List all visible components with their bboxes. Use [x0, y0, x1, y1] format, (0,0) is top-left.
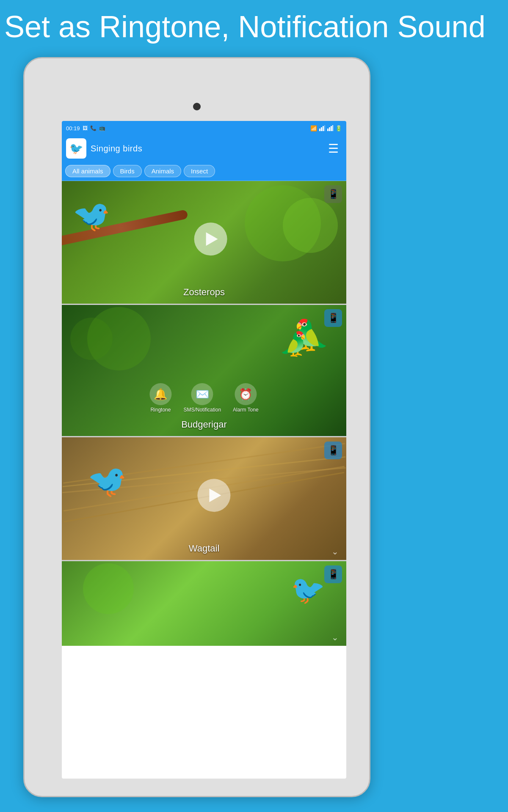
svg-rect-2: [323, 126, 324, 131]
tablet-screen: 00:19 🖼 📞 📺 📶: [62, 121, 346, 779]
fourth-bg: 🐦 📱 ⌄: [62, 561, 346, 646]
app-bar: 🐦 Singing birds ☰: [62, 135, 346, 162]
action-sms[interactable]: ✉️ SMS/Notification: [183, 383, 221, 413]
wagtail-play-triangle: [209, 488, 221, 502]
alarm-clock-icon: ⏰: [239, 388, 252, 401]
sms-icon-circle: ✉️: [191, 383, 213, 405]
leaf-circle-2: [283, 198, 338, 253]
wagtail-bird: 🐦: [87, 463, 127, 500]
budgerigar-ringtone-icon[interactable]: 📱: [324, 309, 342, 327]
fourth-bird: 🐦: [291, 574, 325, 606]
play-triangle-icon: [206, 232, 218, 246]
budgerigar-name: Budgerigar: [181, 419, 227, 430]
wifi-icon: 📶: [310, 125, 317, 132]
tab-birds[interactable]: Birds: [113, 165, 142, 177]
chevron-down-icon: ⌄: [331, 546, 339, 557]
zosterops-bird: 🐦: [72, 198, 110, 234]
battery-icon: 🔋: [335, 125, 342, 132]
svg-rect-1: [321, 127, 322, 131]
wagtail-name: Wagtail: [189, 543, 220, 554]
tab-insect-label: Insect: [191, 167, 208, 175]
ringtone-icon-circle: 🔔: [149, 383, 171, 405]
zosterops-ringtone-icon[interactable]: 📱: [324, 185, 342, 203]
zosterops-name: Zosterops: [183, 287, 225, 298]
content-area: 🐦 📱 Zosterops: [62, 181, 346, 773]
sms-label: SMS/Notification: [183, 407, 221, 413]
status-icon-call: 📞: [90, 125, 97, 131]
menu-button[interactable]: ☰: [325, 140, 342, 157]
wagtail-bg: 🐦 📱 ⌄ Wagtail: [62, 437, 346, 560]
bird-card-fourth[interactable]: 🐦 📱 ⌄: [62, 561, 346, 646]
status-left: 00:19 🖼 📞 📺: [66, 125, 105, 132]
ringtone-label: Ringtone: [150, 407, 171, 413]
page-background: Set as Ringtone, Notification Sound 00:1…: [0, 0, 508, 812]
hamburger-icon: ☰: [328, 142, 339, 155]
page-title: Set as Ringtone, Notification Sound: [0, 0, 508, 48]
fourth-chevron-down-icon: ⌄: [331, 632, 339, 642]
status-icon-image: 🖼: [83, 125, 88, 131]
envelope-icon: ✉️: [196, 388, 209, 401]
zosterops-bg: 🐦 📱 Zosterops: [62, 181, 346, 304]
tab-insect[interactable]: Insect: [184, 165, 215, 177]
tablet-frame: 00:19 🖼 📞 📺 📶: [23, 57, 370, 797]
tab-birds-label: Birds: [120, 167, 135, 175]
wagtail-play-button[interactable]: [197, 479, 230, 512]
alarm-icon-circle: ⏰: [235, 383, 257, 405]
category-tabs: All animals Birds Animals Insect: [62, 162, 346, 181]
fourth-ringtone-icon[interactable]: 📱: [324, 565, 342, 583]
svg-rect-3: [324, 125, 325, 131]
svg-rect-7: [332, 125, 333, 131]
svg-rect-5: [329, 127, 330, 131]
status-time: 00:19: [66, 125, 80, 132]
action-alarm[interactable]: ⏰ Alarm Tone: [233, 383, 258, 413]
signal-icon-2: [327, 125, 333, 131]
status-right: 📶 🔋: [310, 125, 342, 132]
budgerigar-bird-2: 🦜: [279, 330, 308, 358]
tab-animals-label: Animals: [152, 167, 174, 175]
zosterops-play-button[interactable]: [194, 222, 227, 255]
budgerigar-bg: 🦜 🦜 📱 🔔 Ringtone: [62, 305, 346, 436]
bird-card-budgerigar[interactable]: 🦜 🦜 📱 🔔 Ringtone: [62, 305, 346, 436]
alarm-label: Alarm Tone: [233, 407, 258, 413]
bell-icon: 🔔: [154, 388, 167, 401]
tablet-camera: [193, 103, 201, 110]
tab-all-animals[interactable]: All animals: [65, 165, 110, 177]
tab-animals[interactable]: Animals: [144, 165, 181, 177]
status-bar: 00:19 🖼 📞 📺 📶: [62, 121, 346, 135]
action-row: 🔔 Ringtone ✉️ SMS/Notification: [149, 383, 258, 413]
tab-all-animals-label: All animals: [72, 167, 103, 175]
fourth-leaf-1: [83, 563, 134, 614]
signal-icon-1: [319, 125, 325, 131]
budg-leaf-2: [70, 318, 113, 360]
svg-rect-0: [319, 129, 320, 131]
svg-rect-4: [327, 129, 329, 131]
svg-rect-6: [331, 126, 332, 131]
action-ringtone[interactable]: 🔔 Ringtone: [149, 383, 171, 413]
wagtail-ringtone-icon[interactable]: 📱: [324, 442, 342, 459]
app-icon: 🐦: [66, 138, 86, 159]
app-title: Singing birds: [91, 144, 320, 154]
bird-card-zosterops[interactable]: 🐦 📱 Zosterops: [62, 181, 346, 304]
status-icon-screen: 📺: [99, 125, 105, 131]
bird-card-wagtail[interactable]: 🐦 📱 ⌄ Wagtail: [62, 437, 346, 560]
